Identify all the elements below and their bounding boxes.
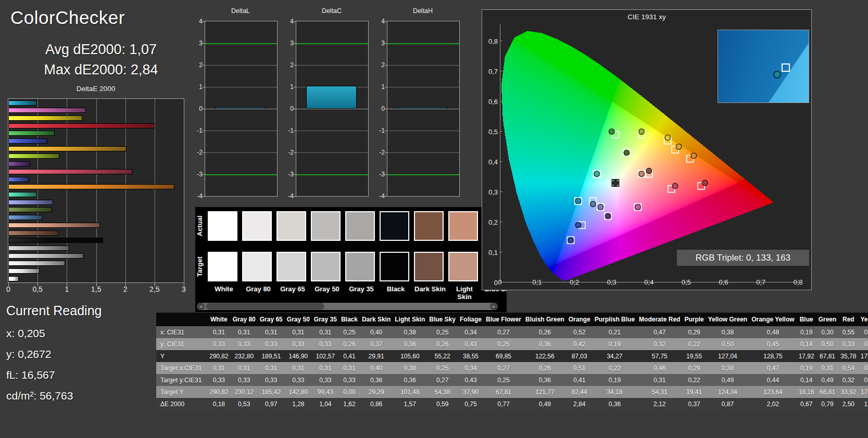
x-tick-label: 0,8: [794, 278, 803, 286]
grid-line: [296, 109, 368, 109]
y-tick-label: -3: [191, 171, 203, 178]
y-tick-label: 4: [191, 18, 203, 25]
scrollbar-thumb[interactable]: [206, 303, 324, 310]
y-tick-label: -2: [373, 149, 385, 156]
value-cell: 0,33: [285, 374, 312, 386]
grid-line: [205, 109, 277, 109]
value-cell: 0,31: [637, 374, 682, 386]
value-cell: 57,75: [637, 350, 682, 362]
value-cell: 0,25: [427, 362, 458, 374]
y-tick-label: 0,2: [483, 218, 498, 226]
column-header-blue-sky: Blue Sky: [427, 313, 458, 326]
deltae-bar-gray-35: [8, 246, 69, 251]
swatch-label: Gray 80: [242, 285, 274, 293]
value-cell: 189,51: [258, 350, 285, 362]
y-tick-label: 2: [282, 61, 294, 69]
y-tick-label: 2: [191, 61, 203, 69]
value-cell: 33,92: [838, 386, 858, 398]
row-label: Target y:CIE31: [156, 374, 207, 386]
grid-line: [205, 65, 277, 66]
deltae-bar-red: [8, 123, 155, 128]
deltae-bar-gray-65: [8, 261, 65, 266]
value-cell: 0,52: [567, 326, 593, 338]
value-cell: 0,33: [231, 374, 258, 386]
value-cell: 0,67: [797, 398, 816, 410]
ref-line: [205, 43, 277, 44]
value-cell: 0,31: [285, 326, 312, 338]
axis-tick: [294, 109, 296, 109]
target-swatch: [380, 252, 409, 281]
value-cell: 0,51: [567, 362, 593, 374]
value-cell: 0,50: [816, 338, 839, 350]
deltae-bar-foliage: [8, 207, 52, 212]
value-cell: 0,33: [838, 338, 858, 350]
column-header-blue-flower: Blue Flower: [484, 313, 523, 326]
colorchecker-screen: ColorChecker Avg dE2000: 1,07 Max dE2000…: [0, 0, 868, 438]
y-tick-label: -1: [191, 127, 203, 134]
y-tick-label: 0: [191, 105, 203, 112]
value-cell: 0,19: [593, 338, 637, 350]
grid-line: [205, 152, 277, 153]
axis-tick: [294, 87, 296, 87]
column-header-dark-skin: Dark Skin: [360, 313, 393, 326]
value-cell: 0,34: [458, 362, 484, 374]
value-cell: 0,36: [523, 338, 567, 350]
y-tick-label: 0,8: [483, 37, 498, 45]
y-tick-label: -1: [282, 127, 294, 134]
swatch-label: Light Skin: [448, 285, 481, 301]
y-tick-label: -2: [191, 149, 203, 156]
scroll-left-icon[interactable]: ◂: [197, 303, 205, 310]
value-cell: 0,41: [339, 350, 360, 362]
column-header-red: Red: [838, 313, 858, 326]
value-cell: 0,31: [207, 326, 231, 338]
deltae-xticks: 00,511,522,53: [8, 285, 184, 294]
x-tick-label: 0: [6, 285, 10, 293]
value-cell: 0,25: [484, 338, 523, 350]
row-label: ΔE 2000: [156, 398, 207, 410]
value-cell: 1,28: [285, 398, 312, 410]
value-cell: 0,53: [231, 398, 258, 410]
value-cell: 0,22: [593, 362, 637, 374]
x-tick-label: 0,1: [533, 278, 542, 286]
rgb-triplet-readout: RGB Triplet: 0, 133, 163: [677, 250, 809, 266]
cie1931-panel: CIE 1931 xy 0,10,20,30,40,50,60,70,8000,…: [482, 9, 812, 290]
cie-zoom-inset: [718, 30, 809, 103]
deltae-bar-orange: [8, 184, 174, 189]
value-cell: 0,46: [637, 362, 682, 374]
value-cell: 0,22: [682, 374, 706, 386]
value-cell: 0,49: [523, 398, 567, 410]
axis-tick: [203, 174, 205, 175]
value-cell: 0,31: [339, 362, 360, 374]
column-header-gray-50: Gray 50: [285, 313, 312, 326]
y-tick-label: -3: [282, 171, 294, 178]
value-cell: 0,40: [360, 362, 393, 374]
y-tick-label: -3: [373, 171, 385, 178]
column-header-orange: Orange: [567, 313, 593, 326]
deltae-bar-yellow: [8, 115, 82, 121]
row-label: Y: [156, 350, 207, 362]
actual-swatch: [414, 211, 444, 241]
axis-tick: [294, 152, 296, 153]
column-header-moderate-red: Moderate Red: [637, 313, 682, 326]
deltae2000-chart-title: DeltaE 2000: [8, 85, 184, 93]
y-tick-label: 0: [373, 105, 385, 112]
scroll-right-icon[interactable]: ▸: [490, 303, 498, 310]
column-header-yellow: Yellow: [858, 313, 868, 326]
ref-line: [205, 174, 277, 175]
value-cell: 19,41: [682, 386, 706, 398]
value-cell: 0,43: [458, 374, 484, 386]
value-cell: 34,18: [593, 386, 637, 398]
column-header-gray-65: Gray 65: [258, 313, 285, 326]
actual-swatch: [311, 211, 341, 241]
value-cell: 0,49: [816, 374, 839, 386]
value-cell: 0,31: [258, 362, 285, 374]
value-cell: 0,36: [393, 338, 427, 350]
value-cell: 0,29: [682, 362, 706, 374]
grid-line: [387, 87, 459, 87]
measurement-table: WhiteGray 80Gray 65Gray 50Gray 35BlackDa…: [156, 313, 868, 410]
axis-tick: [203, 131, 205, 131]
target-swatch: [208, 252, 237, 281]
actual-swatch: [448, 211, 478, 241]
swatch-scrollbar[interactable]: ◂ ▸: [197, 303, 498, 310]
table-row: Y290,82232,80189,51146,90102,570,4129,91…: [156, 350, 868, 362]
